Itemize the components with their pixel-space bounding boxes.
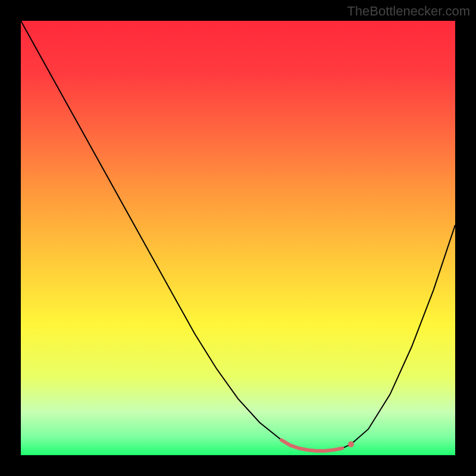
chart-background — [21, 21, 455, 455]
chart-svg — [21, 21, 455, 455]
chart-plot-area — [21, 21, 455, 455]
watermark-text: TheBottlenecker.com — [347, 4, 470, 19]
highlight-dot — [348, 441, 354, 447]
